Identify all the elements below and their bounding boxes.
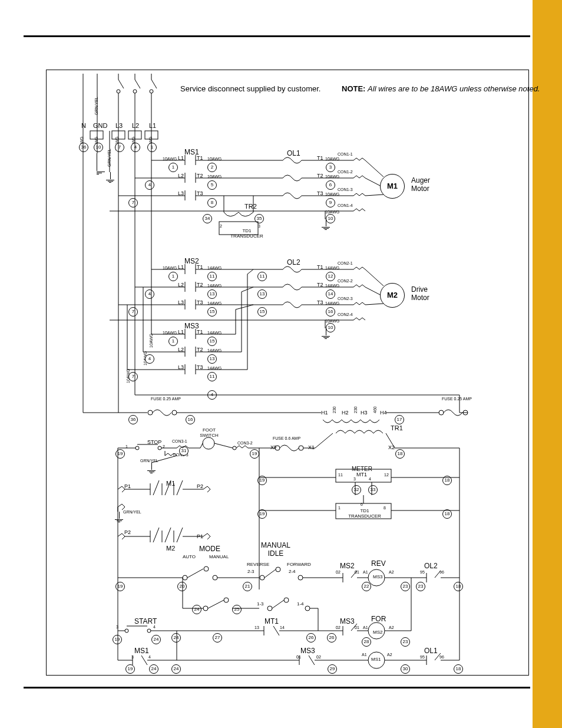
svg-line-145	[187, 569, 203, 578]
svg-line-84	[247, 269, 253, 274]
svg-line-194	[141, 655, 147, 665]
svg-line-150	[265, 569, 276, 578]
svg-line-166	[208, 600, 224, 608]
svg-point-147	[213, 575, 217, 580]
svg-point-103	[135, 446, 139, 450]
svg-line-156	[351, 571, 357, 578]
schematic-lines	[0, 0, 562, 728]
svg-line-121	[165, 480, 171, 495]
svg-line-123	[177, 480, 183, 495]
svg-line-170	[272, 600, 284, 608]
svg-point-144	[183, 575, 187, 580]
svg-point-88	[172, 410, 177, 415]
svg-point-87	[148, 410, 153, 415]
svg-point-105	[158, 446, 161, 450]
svg-line-109	[200, 443, 203, 448]
svg-line-70	[236, 305, 253, 309]
svg-line-161	[435, 571, 441, 578]
svg-line-33	[365, 178, 380, 186]
svg-line-198	[309, 655, 315, 665]
svg-line-95	[315, 433, 333, 448]
svg-line-5	[135, 80, 140, 88]
svg-point-108	[203, 437, 214, 449]
svg-rect-44	[219, 222, 258, 235]
svg-line-129	[165, 528, 171, 542]
svg-point-151	[276, 567, 280, 572]
svg-rect-139	[336, 503, 391, 519]
svg-point-97	[299, 446, 303, 450]
svg-line-188	[351, 624, 357, 631]
svg-line-100	[386, 433, 395, 448]
svg-line-110	[214, 443, 233, 448]
svg-point-152	[298, 575, 303, 580]
svg-line-1	[118, 80, 124, 88]
svg-line-56	[365, 287, 380, 295]
svg-rect-134	[336, 469, 391, 482]
svg-point-149	[260, 575, 265, 580]
svg-line-50	[365, 269, 384, 286]
svg-point-91	[439, 410, 444, 415]
svg-line-27	[365, 160, 384, 177]
svg-point-172	[305, 606, 310, 611]
svg-point-178	[147, 629, 151, 633]
svg-line-119	[153, 480, 159, 495]
svg-point-98	[275, 446, 280, 450]
svg-line-127	[153, 528, 159, 542]
svg-rect-18	[90, 131, 103, 139]
svg-line-131	[177, 528, 183, 542]
svg-point-111	[233, 446, 236, 450]
svg-point-165	[203, 606, 208, 611]
svg-line-183	[273, 626, 279, 635]
svg-point-146	[204, 566, 209, 571]
svg-point-176	[125, 629, 128, 633]
svg-point-6	[133, 90, 137, 93]
svg-line-9	[151, 80, 157, 88]
svg-line-115	[151, 456, 177, 463]
svg-point-2	[117, 90, 120, 93]
svg-line-62	[365, 304, 384, 305]
svg-point-10	[150, 90, 153, 93]
svg-point-169	[267, 606, 272, 611]
svg-point-171	[284, 598, 289, 602]
svg-line-39	[365, 195, 384, 196]
svg-line-203	[435, 653, 441, 660]
svg-point-167	[224, 598, 229, 602]
